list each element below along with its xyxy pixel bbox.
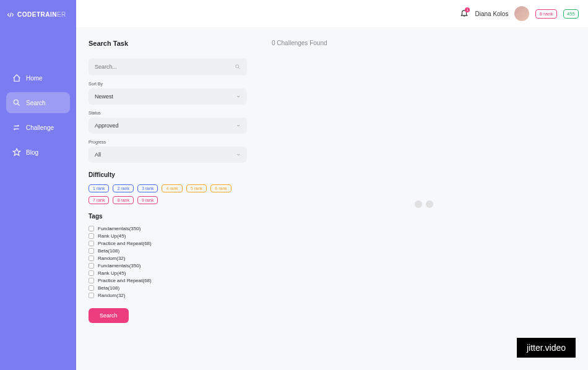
tag-checkbox[interactable] — [89, 293, 94, 298]
rank-chip[interactable]: 9 rank — [137, 196, 158, 204]
sort-select[interactable]: Newest — [89, 88, 247, 105]
nav-challenge[interactable]: Challenge — [6, 117, 70, 138]
swap-icon — [12, 123, 21, 132]
tag-label: Beta(108) — [98, 285, 119, 291]
svg-point-1 — [236, 65, 239, 68]
chevron-down-icon — [236, 152, 241, 157]
rank-chip[interactable]: 5 rank — [186, 184, 207, 192]
avatar[interactable] — [514, 6, 529, 21]
progress-value: All — [95, 152, 101, 158]
tag-checkbox[interactable] — [89, 226, 94, 231]
rank-badge: 8 rank — [535, 9, 556, 19]
main: 1 Diana Kolos 8 rank 455 Search Task Sor… — [76, 0, 588, 370]
notifications-button[interactable]: 1 — [460, 9, 469, 19]
tag-checkbox[interactable] — [89, 233, 94, 239]
search-button[interactable]: Search — [89, 308, 129, 323]
tag-checkbox[interactable] — [89, 248, 94, 254]
tag-label: Rank Up(45) — [98, 270, 126, 276]
progress-select[interactable]: All — [89, 147, 247, 163]
rank-grid: 1 rank2 rank3 rank4 rank5 rank6 rank7 ra… — [89, 184, 247, 204]
score-badge: 455 — [563, 9, 579, 19]
tag-checkbox[interactable] — [89, 285, 94, 291]
search-icon — [12, 98, 21, 107]
panel-title: Search Task — [89, 40, 247, 47]
tag-item[interactable]: Beta(108) — [89, 285, 247, 291]
star-icon — [12, 148, 21, 157]
tag-item[interactable]: Beta(108) — [89, 248, 247, 254]
rank-chip[interactable]: 7 rank — [89, 196, 109, 204]
sort-value: Newest — [95, 93, 113, 100]
rank-chip[interactable]: 8 rank — [113, 196, 133, 204]
tag-item[interactable]: Practice and Repeat(68) — [89, 241, 247, 246]
search-icon — [235, 64, 241, 70]
username: Diana Kolos — [475, 11, 508, 17]
rank-chip[interactable]: 4 rank — [162, 184, 182, 192]
logo-text: CODETRAINER — [17, 11, 66, 18]
tag-item[interactable]: Rank Up(45) — [89, 233, 247, 239]
results-header: 0 Challenges Found — [272, 40, 576, 46]
search-input[interactable] — [95, 64, 235, 70]
progress-label: Progress — [89, 140, 247, 144]
home-icon — [12, 74, 21, 82]
nav-home[interactable]: Home — [6, 67, 70, 88]
tag-label: Beta(108) — [98, 248, 119, 254]
nav-label: Blog — [26, 149, 38, 156]
logo-icon — [6, 12, 15, 18]
nav: Home Search Challenge Blog — [6, 67, 70, 163]
content: Search Task Sort By Newest Status Approv… — [76, 27, 588, 370]
tags-title: Tags — [89, 213, 247, 220]
search-panel: Search Task Sort By Newest Status Approv… — [89, 40, 247, 358]
nav-label: Search — [26, 100, 46, 106]
tag-label: Random(32) — [98, 293, 125, 298]
rank-chip[interactable]: 1 rank — [89, 184, 109, 192]
results-panel: 0 Challenges Found jitter.video — [272, 40, 576, 358]
tag-list: Fundamentals(350)Rank Up(45)Practice and… — [89, 226, 247, 298]
difficulty-title: Difficulty — [89, 171, 247, 178]
loader-dot — [415, 200, 422, 208]
loader — [415, 200, 433, 208]
watermark: jitter.video — [517, 338, 576, 358]
sort-label: Sort By — [89, 82, 247, 86]
tag-checkbox[interactable] — [89, 278, 94, 283]
search-box[interactable] — [89, 58, 247, 75]
tag-label: Practice and Repeat(68) — [98, 241, 152, 246]
rank-chip[interactable]: 3 rank — [137, 184, 158, 192]
tag-item[interactable]: Fundamentals(350) — [89, 226, 247, 231]
tag-checkbox[interactable] — [89, 256, 94, 261]
tag-label: Rank Up(45) — [98, 233, 126, 239]
chevron-down-icon — [236, 94, 241, 99]
tag-checkbox[interactable] — [89, 241, 94, 246]
loader-dot — [426, 200, 433, 208]
tag-checkbox[interactable] — [89, 263, 94, 269]
tag-label: Fundamentals(350) — [98, 263, 141, 269]
tag-item[interactable]: Random(32) — [89, 293, 247, 298]
tag-label: Practice and Repeat(68) — [98, 278, 152, 283]
nav-label: Challenge — [26, 124, 54, 131]
tag-item[interactable]: Rank Up(45) — [89, 270, 247, 276]
nav-label: Home — [26, 75, 43, 82]
status-label: Status — [89, 111, 247, 115]
tag-checkbox[interactable] — [89, 270, 94, 276]
status-value: Approved — [95, 123, 119, 129]
tag-label: Fundamentals(350) — [98, 226, 141, 231]
logo: CODETRAINER — [6, 11, 70, 18]
status-select[interactable]: Approved — [89, 118, 247, 134]
nav-search[interactable]: Search — [6, 92, 70, 113]
rank-chip[interactable]: 6 rank — [210, 184, 231, 192]
sidebar: CODETRAINER Home Search Challenge Blog — [0, 0, 76, 370]
tag-item[interactable]: Random(32) — [89, 256, 247, 261]
tag-item[interactable]: Practice and Repeat(68) — [89, 278, 247, 283]
svg-point-0 — [14, 100, 18, 104]
rank-chip[interactable]: 2 rank — [113, 184, 133, 192]
tag-item[interactable]: Fundamentals(350) — [89, 263, 247, 269]
tag-label: Random(32) — [98, 256, 125, 261]
nav-blog[interactable]: Blog — [6, 142, 70, 163]
notif-badge: 1 — [465, 7, 470, 12]
topbar: 1 Diana Kolos 8 rank 455 — [76, 0, 588, 27]
chevron-down-icon — [236, 123, 241, 128]
